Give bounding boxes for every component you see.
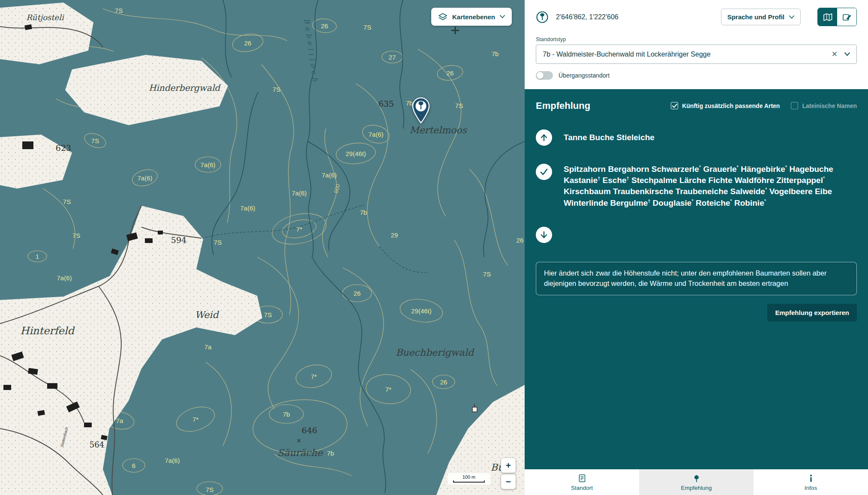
checkbox-unchecked-icon bbox=[791, 102, 798, 109]
arrow-up-icon bbox=[539, 133, 549, 142]
toggle-knob bbox=[537, 72, 544, 79]
tree-icon bbox=[692, 474, 701, 483]
layers-icon bbox=[438, 13, 448, 21]
chevron-down-icon bbox=[500, 15, 505, 18]
scale-bar-line bbox=[453, 480, 485, 483]
zoom-out-button[interactable]: − bbox=[501, 474, 516, 489]
form-edit-button[interactable] bbox=[837, 8, 856, 26]
language-profile-label: Sprache und Profil bbox=[727, 13, 784, 21]
uebergangsstandort-toggle[interactable] bbox=[536, 71, 553, 80]
chevron-down-icon bbox=[844, 52, 850, 56]
side-panel: 2'646'862, 1'222'606 Sprache und Profil bbox=[525, 0, 868, 495]
coordinates-readout: 2'646'862, 1'222'606 bbox=[556, 13, 619, 21]
zoom-in-button[interactable]: + bbox=[501, 458, 516, 473]
suitable-species-icon bbox=[536, 164, 552, 180]
bottom-tab-bar: Standort Empfehlung Infos bbox=[525, 469, 868, 495]
treeapp-logo bbox=[536, 11, 549, 24]
standorttyp-label: Standortstyp bbox=[536, 36, 857, 42]
map-layers-button[interactable]: Kartenebenen bbox=[431, 8, 512, 26]
tab-empfehlung[interactable]: Empfehlung bbox=[639, 469, 754, 495]
demoted-species-icon bbox=[536, 227, 552, 243]
empfehlung-panel: Empfehlung Künftig zusätzlich passende A… bbox=[525, 89, 868, 469]
clear-selection-icon[interactable]: ✕ bbox=[832, 50, 838, 59]
topo-map-canvas bbox=[0, 0, 525, 495]
edit-form-icon bbox=[842, 12, 852, 22]
map-scale-bar: 100 m bbox=[448, 473, 490, 485]
checkbox-future-species[interactable]: Künftig zusätzlich passende Arten bbox=[671, 102, 780, 109]
view-switcher bbox=[817, 8, 857, 26]
chevron-down-icon bbox=[789, 15, 794, 19]
checkbox-checked-icon bbox=[671, 102, 678, 109]
standorttyp-select[interactable]: 7b - Waldmeister-Buchenwald mit Lockeräh… bbox=[536, 45, 857, 64]
document-icon bbox=[578, 474, 586, 483]
scale-label: 100 m bbox=[463, 474, 476, 480]
suitable-species-list: Spitzahorn Bergahorn Schwarzerle° Grauer… bbox=[564, 164, 857, 209]
map-icon bbox=[823, 12, 833, 22]
arrow-down-icon bbox=[539, 230, 549, 240]
empfehlung-title: Empfehlung bbox=[536, 100, 590, 111]
map-layers-label: Kartenebenen bbox=[452, 13, 495, 21]
info-icon bbox=[807, 474, 815, 483]
map-marker-pin[interactable] bbox=[410, 97, 432, 123]
standorttyp-value: 7b - Waldmeister-Buchenwald mit Lockeräh… bbox=[543, 51, 832, 58]
treeapp-window: Rütjosteli7S267S26277bHinderbergwald7S26… bbox=[0, 0, 868, 495]
map-view-button[interactable] bbox=[818, 8, 837, 26]
check-icon bbox=[539, 167, 549, 177]
tab-infos[interactable]: Infos bbox=[754, 469, 868, 495]
language-profile-button[interactable]: Sprache und Profil bbox=[721, 9, 801, 25]
map[interactable]: Rütjosteli7S267S26277bHinderbergwald7S26… bbox=[0, 0, 525, 495]
export-recommendation-button[interactable]: Empfehlung exportieren bbox=[767, 304, 857, 321]
tab-standort[interactable]: Standort bbox=[525, 469, 639, 495]
recommendation-note: Hier ändert sich zwar die Höhenstufe nic… bbox=[536, 262, 857, 295]
promoted-species-icon bbox=[536, 129, 552, 146]
uebergangsstandort-label: Übergangsstandort bbox=[559, 72, 610, 79]
promoted-species: Tanne Buche Stieleiche bbox=[564, 133, 655, 142]
panel-header: 2'646'862, 1'222'606 Sprache und Profil bbox=[525, 0, 868, 89]
checkbox-latin-names[interactable]: Lateinische Namen bbox=[791, 102, 857, 109]
